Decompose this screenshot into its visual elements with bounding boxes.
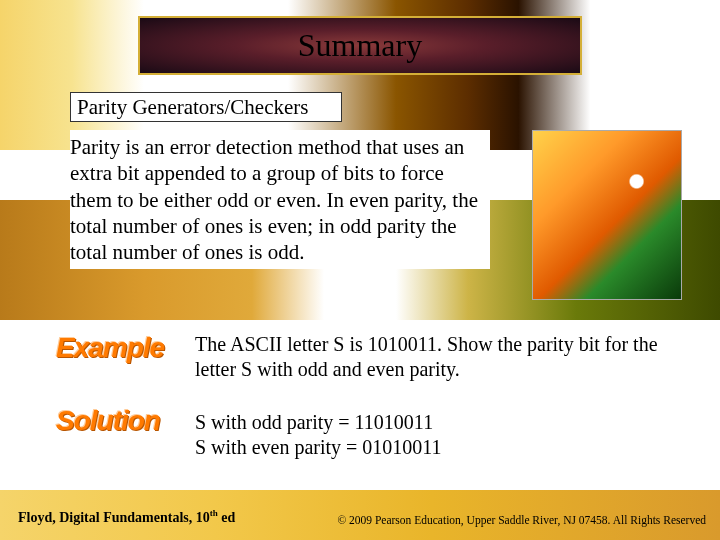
example-text: The ASCII letter S is 1010011. Show the … <box>195 332 675 382</box>
slide-title-bar: Summary <box>140 18 580 73</box>
footer-left-pre: Floyd, Digital Fundamentals, 10 <box>18 510 210 525</box>
footer-right: © 2009 Pearson Education, Upper Saddle R… <box>337 514 706 526</box>
footer-left-post: ed <box>218 510 236 525</box>
slide-title: Summary <box>298 27 422 64</box>
solution-line-2: S with even parity = 01010011 <box>195 435 615 460</box>
footer-left: Floyd, Digital Fundamentals, 10th ed <box>18 508 235 526</box>
solution-line-1: S with odd parity = 11010011 <box>195 410 615 435</box>
solution-text: S with odd parity = 11010011 S with even… <box>195 410 615 460</box>
solution-label: Solution <box>56 405 160 437</box>
section-subheading: Parity Generators/Checkers <box>70 92 342 122</box>
body-paragraph: Parity is an error detection method that… <box>70 130 490 269</box>
decorative-photo <box>532 130 682 300</box>
example-label: Example <box>56 332 164 364</box>
footer-left-sup: th <box>210 508 218 518</box>
